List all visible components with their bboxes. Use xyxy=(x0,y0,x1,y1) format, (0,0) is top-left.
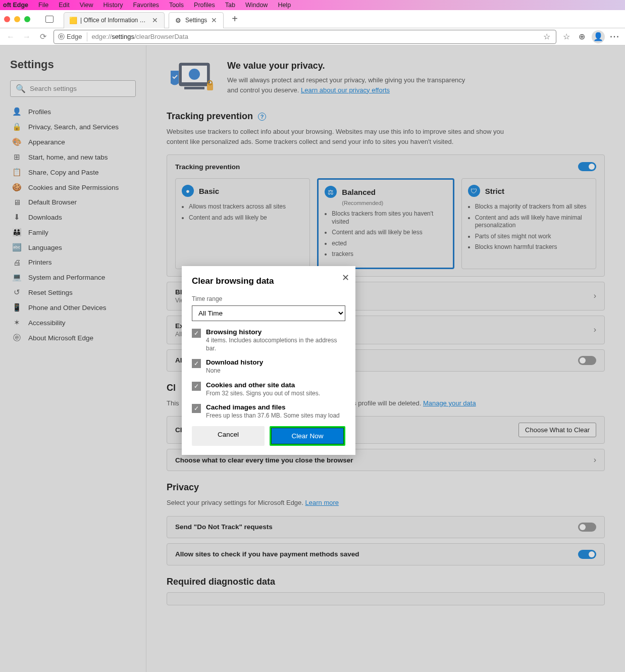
do-not-track-toggle[interactable] xyxy=(578,523,596,532)
sidebar-item-share-copy-and-paste[interactable]: 📋Share, Copy and Paste xyxy=(10,165,136,180)
clear-item-sub: 4 items. Includes autocompletions in the… xyxy=(206,337,342,352)
menu-app[interactable]: oft Edge xyxy=(3,2,28,9)
tracking-option-balanced[interactable]: ⚖Balanced(Recommended)Blocks trackers fr… xyxy=(317,178,454,269)
sidebar-item-phone-and-other-devices[interactable]: 📱Phone and Other Devices xyxy=(10,300,136,315)
close-window-button[interactable] xyxy=(4,16,10,22)
reload-button[interactable]: ⟳ xyxy=(37,31,48,42)
clear-item-cookies-and-other-site-data[interactable]: ✓Cookies and other site dataFrom 32 site… xyxy=(192,381,342,398)
clear-item-browsing-history[interactable]: ✓Browsing history4 items. Includes autoc… xyxy=(192,328,342,352)
privacy-efforts-link[interactable]: Learn about our privacy efforts xyxy=(301,86,390,94)
clear-item-label: Download history xyxy=(206,358,263,366)
tracking-toggle[interactable] xyxy=(578,162,596,171)
clear-now-button[interactable]: Clear Now xyxy=(270,426,345,446)
privacy-desc: Select your privacy settings for Microso… xyxy=(167,498,510,508)
gear-icon: ⚙ xyxy=(174,16,182,24)
sidebar-item-start-home-and-new-tabs[interactable]: ⊞Start, home, and new tabs xyxy=(10,149,136,165)
sidebar-item-appearance[interactable]: 🎨Appearance xyxy=(10,134,136,149)
sidebar-icon: 🔒 xyxy=(12,122,21,131)
chevron-right-icon: › xyxy=(594,325,596,334)
search-field[interactable] xyxy=(30,85,130,92)
tracking-card: Tracking prevention ●BasicAllows most tr… xyxy=(167,154,605,277)
back-button[interactable]: ← xyxy=(5,31,16,42)
forward-button[interactable]: → xyxy=(21,31,32,42)
payment-methods-toggle[interactable] xyxy=(578,550,596,559)
sidebar-item-reset-settings[interactable]: ↺Reset Settings xyxy=(10,285,136,300)
clear-item-download-history[interactable]: ✓Download historyNone xyxy=(192,358,342,375)
menu-favorites[interactable]: Favorites xyxy=(133,2,159,9)
tracking-option-strict[interactable]: 🛡StrictBlocks a majority of trackers fro… xyxy=(461,178,596,269)
tracking-option-desc: Blocks trackers from sites you haven't v… xyxy=(325,210,446,259)
maximize-window-button[interactable] xyxy=(24,16,30,22)
favorites-icon[interactable]: ☆ xyxy=(561,32,571,42)
tab-overview-icon[interactable] xyxy=(45,16,54,23)
sidebar-icon: 🔤 xyxy=(12,243,21,252)
clear-item-cached-images-and-files[interactable]: ✓Cached images and filesFrees up less th… xyxy=(192,403,342,419)
checkbox-icon[interactable]: ✓ xyxy=(192,329,201,338)
checkbox-icon[interactable]: ✓ xyxy=(192,404,201,413)
time-range-select[interactable]: All Time xyxy=(192,305,345,321)
sidebar-icon: ✶ xyxy=(12,318,21,327)
address-bar[interactable]: ⓔ Edge edge://settings/clearBrowserData … xyxy=(54,30,556,44)
tracking-icon: ● xyxy=(182,185,194,197)
svg-rect-3 xyxy=(184,87,204,89)
favorite-icon[interactable]: ☆ xyxy=(542,32,552,42)
search-icon: 🔍 xyxy=(16,84,26,93)
menu-tools[interactable]: Tools xyxy=(169,2,184,9)
more-menu-button[interactable]: ··· xyxy=(610,32,620,42)
sidebar-item-family[interactable]: 👪Family xyxy=(10,225,136,240)
choose-what-to-clear-button[interactable]: Choose What to Clear xyxy=(518,423,596,437)
tracking-option-title: Strict xyxy=(485,187,504,195)
minimize-window-button[interactable] xyxy=(14,16,20,22)
tab-settings[interactable]: ⚙ Settings ✕ xyxy=(169,12,224,28)
menu-view[interactable]: View xyxy=(80,2,93,9)
diagnostic-row xyxy=(167,592,605,605)
sidebar-label: Family xyxy=(28,229,48,236)
sidebar-item-profiles[interactable]: 👤Profiles xyxy=(10,104,136,119)
edge-icon: ⓔ xyxy=(58,32,65,41)
tracking-prevention-heading: Tracking prevention ? xyxy=(167,111,605,122)
sidebar-label: Profiles xyxy=(28,108,51,116)
close-tab-button[interactable]: ✕ xyxy=(210,16,218,24)
sidebar-item-cookies-and-site-permissions[interactable]: 🍪Cookies and Site Permissions xyxy=(10,180,136,195)
sidebar-icon: 💻 xyxy=(12,273,21,282)
manage-data-link[interactable]: Manage your data xyxy=(423,399,476,407)
tracking-option-basic[interactable]: ●BasicAllows most trackers across all si… xyxy=(175,178,310,269)
sidebar-item-default-browser[interactable]: 🖥Default Browser xyxy=(10,195,136,210)
sidebar-label: Downloads xyxy=(28,214,62,221)
sidebar-item-system-and-performance[interactable]: 💻System and Performance xyxy=(10,270,136,285)
learn-more-link[interactable]: Learn more xyxy=(305,499,339,506)
sidebar-label: Share, Copy and Paste xyxy=(28,169,99,176)
sidebar-item-accessibility[interactable]: ✶Accessibility xyxy=(10,315,136,330)
sidebar-label: Default Browser xyxy=(28,198,77,206)
menu-edit[interactable]: Edit xyxy=(59,2,70,9)
inprivate-strict-toggle[interactable] xyxy=(578,356,596,365)
checkbox-icon[interactable]: ✓ xyxy=(192,382,201,391)
menu-help[interactable]: Help xyxy=(278,2,291,9)
menu-tab[interactable]: Tab xyxy=(225,2,235,9)
help-icon[interactable]: ? xyxy=(258,113,266,121)
menu-history[interactable]: History xyxy=(103,2,123,9)
sidebar-item-printers[interactable]: 🖨Printers xyxy=(10,255,136,270)
time-range-label: Time range xyxy=(192,295,345,302)
sidebar-item-languages[interactable]: 🔤Languages xyxy=(10,240,136,255)
sidebar-label: Cookies and Site Permissions xyxy=(28,184,119,191)
tracking-desc: Websites use trackers to collect info ab… xyxy=(167,127,510,146)
profile-button[interactable]: 👤 xyxy=(592,30,605,43)
sidebar-item-privacy-search-and-services[interactable]: 🔒Privacy, Search, and Services xyxy=(10,119,136,134)
close-modal-button[interactable]: ✕ xyxy=(342,272,349,283)
sidebar-label: About Microsoft Edge xyxy=(28,334,93,342)
menu-file[interactable]: File xyxy=(38,2,48,9)
cancel-button[interactable]: Cancel xyxy=(192,426,265,446)
search-settings-input[interactable]: 🔍 xyxy=(10,80,136,97)
sidebar-item-about-microsoft-edge[interactable]: ⓔAbout Microsoft Edge xyxy=(10,330,136,346)
menu-profiles[interactable]: Profiles xyxy=(194,2,215,9)
data-types-list[interactable]: ✓Browsing history4 items. Includes autoc… xyxy=(192,328,345,419)
menu-window[interactable]: Window xyxy=(245,2,268,9)
close-tab-button[interactable]: ✕ xyxy=(151,16,159,24)
collections-icon[interactable]: ⊕ xyxy=(577,32,587,42)
tab-office-it[interactable]: 🟨 | Office of Information Technol… ✕ xyxy=(64,12,165,28)
sidebar-item-downloads[interactable]: ⬇Downloads xyxy=(10,210,136,225)
checkbox-icon[interactable]: ✓ xyxy=(192,359,201,368)
new-tab-button[interactable]: + xyxy=(228,13,242,25)
tab-title: Settings xyxy=(185,17,207,24)
